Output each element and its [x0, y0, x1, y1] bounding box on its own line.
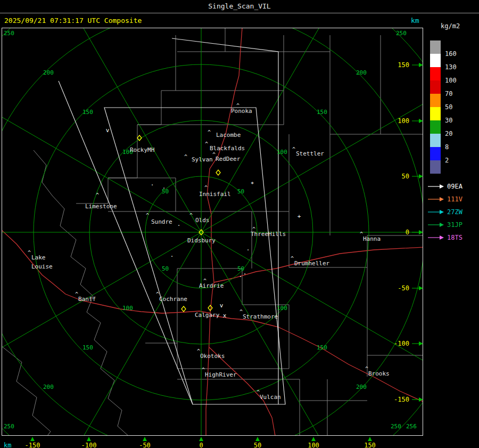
radar-map[interactable]: 2502001501005025020015010050250200150100… — [2, 28, 423, 448]
map-marker: . — [246, 245, 250, 252]
range-ring-label: 250 — [4, 423, 14, 430]
track-legend: 09EA111V27ZW31JP18TS — [428, 180, 479, 244]
bottom-axis-tick-arrow — [143, 437, 147, 441]
map-marker: . — [162, 183, 166, 190]
city-label: Airdrie — [199, 282, 224, 289]
county-boundary — [34, 150, 128, 436]
colorbar-swatch — [430, 147, 441, 160]
town-marker: ^ — [205, 141, 208, 147]
track-id: 31JP — [447, 221, 463, 229]
right-axis-tick-arrow — [419, 63, 423, 67]
colorbar-value: 100 — [445, 76, 457, 85]
range-ring-label: 50 — [237, 188, 244, 195]
town-marker: ^ — [292, 146, 295, 152]
scan-timestamp: 2025/09/21 07:31:17 UTC Composite — [4, 17, 142, 25]
right-axis-tick-arrow — [419, 119, 423, 123]
range-ring-label: 150 — [317, 109, 327, 116]
city-label: Brooks — [368, 370, 390, 377]
town-marker: ^ — [204, 185, 208, 191]
legend-sidebar: kg/m2 1601301007050302082 09EA111V27ZW31… — [426, 22, 479, 438]
track-arrow-icon — [428, 184, 444, 189]
colorbar-unit-label: kg/m2 — [441, 22, 460, 30]
colorbar-value: 20 — [445, 129, 452, 138]
map-marker: x — [223, 312, 227, 319]
map-layers: 2502001501005025020015010050250200150100… — [2, 28, 423, 448]
city-label: Lacombe — [216, 132, 241, 139]
town-marker: ^ — [291, 256, 294, 262]
colorbar-swatch — [430, 54, 441, 67]
range-ring-label: 200 — [356, 384, 367, 390]
city-label: Drumheller — [294, 260, 330, 267]
range-ring-label: 256 — [406, 423, 417, 430]
radar-domain-outline — [59, 81, 193, 404]
city-label: Cochrane — [159, 296, 187, 303]
bottom-axis-label: 100 — [308, 442, 319, 448]
map-marker: . — [151, 180, 154, 187]
colorbar-swatch — [430, 67, 441, 80]
county-boundary — [2, 346, 51, 436]
colorbar-swatch — [430, 94, 441, 107]
city-label: Stettler — [296, 150, 324, 157]
right-axis-label: -150 — [394, 396, 409, 403]
track-arrow-icon — [428, 209, 444, 215]
range-ring-label: 100 — [277, 305, 287, 312]
window-title: Single_Scan_VIL — [0, 0, 479, 13]
highway-line — [209, 347, 275, 436]
city-label: Okotoks — [200, 353, 225, 360]
city-label: Vulcan — [260, 394, 281, 401]
colorbar-value: 70 — [445, 89, 452, 98]
map-marker: . — [170, 251, 174, 258]
city-label: RockyMH — [130, 146, 154, 153]
city-label: Blackfalds — [210, 145, 245, 152]
track-id: 111V — [447, 196, 463, 203]
radar-window: Single_Scan_VIL 2025/09/21 07:31:17 UTC … — [0, 0, 479, 448]
track-arrow-icon — [428, 235, 444, 240]
range-ring-label: 150 — [82, 109, 93, 116]
airport-marker — [181, 306, 186, 312]
bottom-axis-label: -50 — [139, 442, 151, 448]
city-label: Banff — [78, 296, 96, 303]
city-label: ThreeHills — [251, 231, 286, 238]
city-label: Calgary — [195, 312, 220, 319]
colorbar-swatch — [430, 134, 441, 147]
colorbar-value: 130 — [445, 63, 457, 71]
city-label: Lake — [31, 254, 46, 261]
bottom-axis-tick-arrow — [368, 437, 372, 441]
county-boundary — [177, 35, 284, 52]
bottom-axis-tick-arrow — [255, 437, 260, 441]
town-marker: ^ — [184, 154, 187, 160]
county-boundary — [76, 125, 137, 203]
range-ring-label: 200 — [43, 69, 54, 76]
map-marker: v — [106, 127, 110, 134]
colorbar-value: 2 — [445, 156, 449, 165]
bottom-axis-tick-arrow — [87, 437, 91, 441]
town-marker: ^ — [208, 129, 211, 135]
bottom-axis-tick-arrow — [30, 437, 35, 441]
city-label: Sylvan — [192, 156, 213, 163]
range-ring-label: 200 — [356, 69, 367, 76]
colorbar-swatch — [430, 160, 441, 174]
range-ring-label: 150 — [82, 344, 93, 351]
right-axis-label: -100 — [394, 340, 409, 347]
right-axis-label: 50 — [402, 173, 409, 180]
right-axis-tick-arrow — [419, 341, 423, 346]
city-label: Limestone — [85, 203, 117, 210]
highway-line — [210, 315, 423, 402]
city-label: Didsbury — [187, 237, 216, 244]
map-marker: . — [177, 221, 181, 227]
town-marker: ^ — [28, 250, 31, 256]
city-label: Hanna — [363, 235, 381, 242]
colorbar-value: 160 — [445, 50, 457, 58]
track-legend-item: 18TS — [428, 231, 479, 244]
track-legend-item: 31JP — [428, 218, 479, 231]
colorbar-value: 50 — [445, 103, 452, 111]
city-label: Strathmore — [243, 313, 278, 320]
track-arrow-icon — [428, 197, 444, 202]
bottom-axis-unit-label: km — [4, 442, 11, 448]
track-legend-item: 27ZW — [428, 206, 479, 218]
airport-marker — [216, 170, 220, 175]
colorbar-swatch — [430, 107, 441, 120]
city-label: Ponoka — [231, 108, 252, 115]
right-axis-label: -50 — [398, 284, 409, 292]
colorbar-value: 30 — [445, 116, 452, 125]
